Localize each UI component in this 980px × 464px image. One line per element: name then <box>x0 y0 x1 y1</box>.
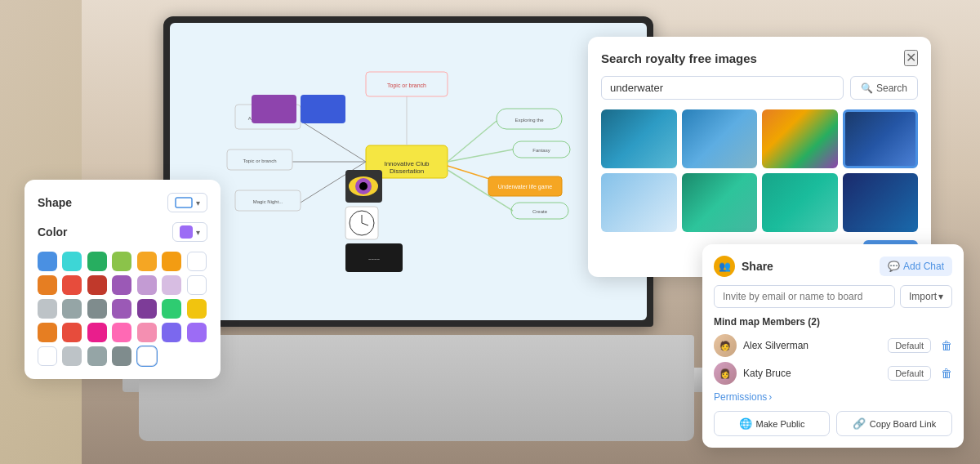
delete-member-katy-icon[interactable]: 🗑 <box>941 367 952 380</box>
svg-rect-7 <box>227 149 292 170</box>
copy-board-link-button[interactable]: 🔗 Copy Board Link <box>836 411 952 436</box>
color-option[interactable] <box>87 299 107 319</box>
search-icon: 🔍 <box>861 83 873 94</box>
svg-rect-33 <box>345 207 378 239</box>
color-option[interactable] <box>162 299 181 319</box>
svg-rect-29 <box>345 170 382 203</box>
make-public-label: Make Public <box>756 419 805 429</box>
color-option[interactable] <box>38 323 57 342</box>
svg-rect-27 <box>366 72 448 96</box>
add-chat-button[interactable]: 💬 Add Chat <box>880 257 952 276</box>
color-option[interactable] <box>112 299 131 319</box>
close-button[interactable]: ✕ <box>904 50 918 66</box>
image-thumb-5[interactable] <box>601 173 677 232</box>
color-option[interactable] <box>87 252 107 271</box>
color-option-empty[interactable] <box>38 346 57 366</box>
color-option[interactable] <box>162 252 181 271</box>
image-thumb-7[interactable] <box>762 173 838 232</box>
member-role-katy[interactable]: Default <box>888 366 931 381</box>
color-option[interactable] <box>62 299 82 319</box>
color-option[interactable] <box>38 252 57 271</box>
color-option[interactable] <box>62 275 82 295</box>
delete-member-alex-icon[interactable]: 🗑 <box>941 339 952 352</box>
image-thumb-4-selected[interactable] <box>843 109 919 168</box>
color-option[interactable] <box>162 323 181 342</box>
shape-panel: Shape ▾ Color ▾ <box>24 180 220 379</box>
svg-text:Topic or branch: Topic or branch <box>243 158 276 163</box>
color-option[interactable] <box>38 275 57 295</box>
color-option[interactable] <box>187 252 207 271</box>
permissions-link[interactable]: Permissions › <box>714 391 952 403</box>
svg-line-20 <box>448 166 513 186</box>
make-public-button[interactable]: 🌐 Make Public <box>714 411 830 436</box>
color-option-white[interactable] <box>187 275 207 295</box>
laptop-keyboard <box>139 335 694 441</box>
svg-line-17 <box>448 149 513 162</box>
color-option[interactable] <box>137 299 157 319</box>
image-thumb-3[interactable] <box>762 109 838 168</box>
svg-text:Innovative Club: Innovative Club <box>384 160 430 167</box>
svg-rect-0 <box>366 145 448 178</box>
color-option[interactable] <box>87 323 107 342</box>
member-row-alex: 🧑 Alex Silverman Default 🗑 <box>714 334 952 357</box>
image-thumb-6[interactable] <box>682 173 758 232</box>
chat-icon: 💬 <box>888 261 900 272</box>
color-dropdown-arrow: ▾ <box>196 228 200 237</box>
color-option[interactable] <box>112 346 131 366</box>
svg-point-32 <box>359 182 368 190</box>
color-control: ▾ <box>172 222 207 242</box>
svg-text:Magic Night...: Magic Night... <box>253 199 283 204</box>
shape-row: Shape ▾ <box>38 193 207 212</box>
color-option[interactable] <box>112 323 131 342</box>
color-option[interactable] <box>87 275 107 295</box>
svg-rect-21 <box>488 176 562 196</box>
share-panel: 👥 Share 💬 Add Chat Import ▾ Mind map Mem… <box>702 244 964 448</box>
color-option[interactable] <box>62 323 82 342</box>
rectangle-shape-icon <box>175 196 193 209</box>
color-option[interactable] <box>137 275 157 295</box>
svg-text:~~~~: ~~~~ <box>368 257 381 261</box>
shape-selector-button[interactable]: ▾ <box>167 193 207 212</box>
laptop-screen: Innovative Club Dissertation Augmented r… <box>163 16 653 327</box>
search-input[interactable] <box>601 76 844 100</box>
svg-text:Create: Create <box>532 209 548 214</box>
color-option[interactable] <box>137 323 157 342</box>
svg-rect-12 <box>252 95 296 123</box>
member-avatar-alex: 🧑 <box>714 334 737 357</box>
color-option[interactable] <box>62 346 82 366</box>
member-row-katy: 👩 Katy Bruce Default 🗑 <box>714 362 952 385</box>
color-option[interactable] <box>162 275 181 295</box>
permissions-label: Permissions <box>714 391 767 403</box>
color-option[interactable] <box>38 299 57 319</box>
search-title-plain: Search <box>601 51 645 65</box>
shape-dropdown-arrow: ▾ <box>196 199 200 207</box>
color-option[interactable] <box>137 252 157 271</box>
share-header: 👥 Share 💬 Add Chat <box>714 256 952 277</box>
color-option[interactable] <box>87 346 107 366</box>
member-role-alex[interactable]: Default <box>888 338 931 353</box>
import-button[interactable]: Import ▾ <box>900 285 952 308</box>
color-option[interactable] <box>112 252 131 271</box>
svg-text:Exploring the: Exploring the <box>514 118 544 123</box>
svg-text:Dissertation: Dissertation <box>390 167 424 175</box>
permissions-arrow: › <box>768 391 772 403</box>
color-option-selected[interactable] <box>137 346 157 366</box>
color-label: Color <box>38 225 68 239</box>
svg-text:Fantasy: Fantasy <box>532 148 550 153</box>
color-option[interactable] <box>62 252 82 271</box>
link-icon: 🔗 <box>853 417 866 430</box>
image-grid <box>601 109 918 232</box>
invite-row: Import ▾ <box>714 285 952 308</box>
search-button[interactable]: 🔍 Search <box>850 76 918 100</box>
color-option[interactable] <box>187 299 207 319</box>
globe-icon: 🌐 <box>739 417 752 430</box>
image-thumb-8[interactable] <box>843 173 919 232</box>
invite-input[interactable] <box>714 285 895 308</box>
color-option[interactable] <box>112 275 131 295</box>
svg-rect-39 <box>176 198 192 207</box>
search-button-label: Search <box>876 83 907 94</box>
image-thumb-1[interactable] <box>601 109 677 168</box>
color-selector-button[interactable]: ▾ <box>172 222 207 242</box>
image-thumb-2[interactable] <box>682 109 758 168</box>
color-option[interactable] <box>187 323 207 342</box>
